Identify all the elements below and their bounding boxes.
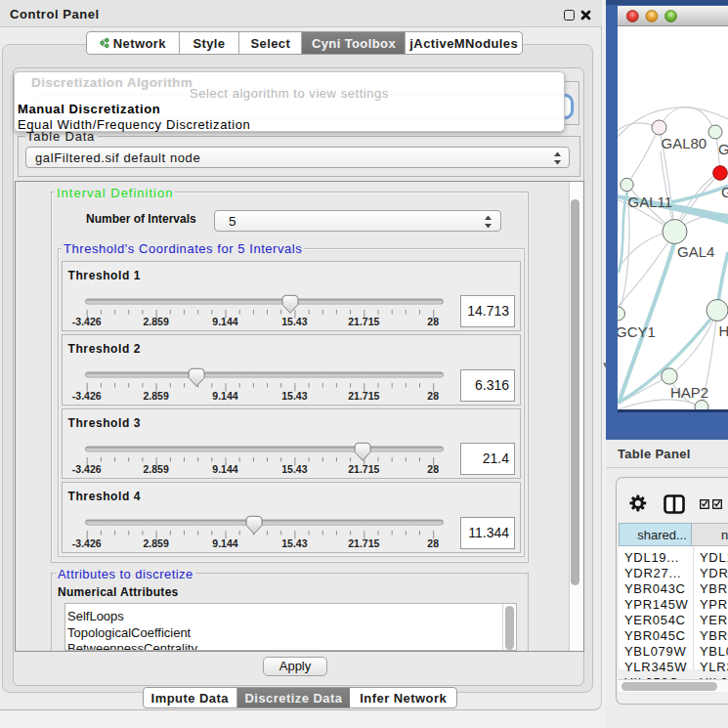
svg-text:HAP2: HAP2 bbox=[670, 384, 708, 401]
svg-text:GA: GA bbox=[718, 141, 728, 157]
svg-text:GAL80: GAL80 bbox=[662, 135, 707, 151]
svg-text:HIS: HIS bbox=[719, 322, 728, 339]
svg-text:GAL11: GAL11 bbox=[628, 193, 673, 210]
svg-text:G: G bbox=[721, 184, 728, 200]
svg-text:GAL4: GAL4 bbox=[677, 243, 714, 260]
svg-text:GCY1: GCY1 bbox=[618, 323, 656, 340]
